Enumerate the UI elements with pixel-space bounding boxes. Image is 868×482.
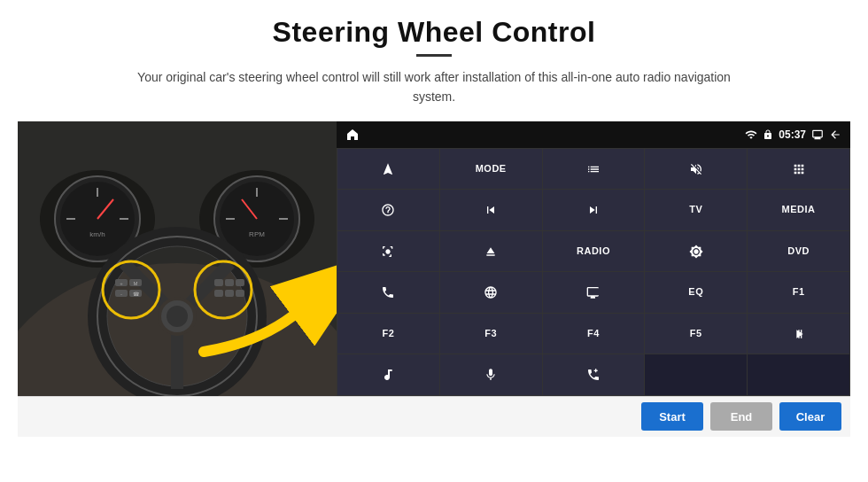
mode-button[interactable]: MODE — [440, 149, 542, 190]
clear-button[interactable]: Clear — [779, 402, 841, 431]
svg-rect-40 — [214, 290, 223, 297]
svg-rect-38 — [225, 279, 234, 286]
mic-button[interactable] — [440, 354, 542, 395]
page-subtitle: Your original car's steering wheel contr… — [133, 67, 735, 107]
camera360-button[interactable] — [337, 231, 439, 272]
svg-rect-41 — [225, 290, 234, 297]
svg-text:+: + — [120, 281, 123, 286]
display-button[interactable] — [543, 272, 645, 313]
brightness-button[interactable] — [645, 231, 747, 272]
wifi-icon — [745, 128, 757, 141]
lock-icon — [763, 129, 773, 140]
content-row: km/h RPM — [18, 121, 850, 396]
steering-wheel-image: km/h RPM — [18, 121, 337, 396]
svg-text:km/h: km/h — [89, 230, 105, 238]
playpause-button[interactable] — [748, 314, 849, 354]
f4-button[interactable]: F4 — [543, 314, 645, 354]
list-button[interactable] — [543, 149, 645, 190]
empty-button-2[interactable] — [748, 354, 849, 395]
status-bar: 05:37 — [337, 121, 850, 148]
time-display: 05:37 — [779, 128, 806, 141]
title-divider — [416, 54, 452, 57]
svg-rect-42 — [236, 290, 244, 297]
phone-button[interactable] — [337, 272, 439, 313]
navigate-button[interactable] — [337, 149, 439, 190]
control-panel: 05:37 MODE — [337, 121, 850, 396]
f5-button[interactable]: F5 — [645, 314, 747, 354]
svg-rect-39 — [236, 279, 244, 286]
page-title: Steering Wheel Control — [273, 16, 596, 49]
settings-button[interactable] — [337, 190, 439, 230]
svg-text:M: M — [134, 281, 138, 286]
screen-icon — [811, 128, 824, 141]
f1-button[interactable]: F1 — [748, 272, 849, 313]
volphone-button[interactable] — [543, 354, 645, 395]
empty-button-1[interactable] — [645, 354, 747, 395]
svg-text:-: - — [120, 292, 122, 297]
tv-button[interactable]: TV — [645, 190, 747, 230]
end-button[interactable]: End — [710, 402, 772, 431]
mute-button[interactable] — [645, 149, 747, 190]
back-icon — [829, 128, 841, 141]
music-button[interactable] — [337, 354, 439, 395]
dvd-button[interactable]: DVD — [748, 231, 849, 272]
web-button[interactable] — [440, 272, 542, 313]
home-icon — [345, 128, 360, 142]
page-container: Steering Wheel Control Your original car… — [0, 0, 868, 482]
svg-text:☎: ☎ — [133, 292, 140, 297]
svg-rect-37 — [214, 279, 223, 286]
status-right: 05:37 — [745, 128, 841, 141]
svg-point-26 — [167, 306, 188, 327]
apps-button[interactable] — [748, 149, 849, 190]
radio-button[interactable]: RADIO — [543, 231, 645, 272]
eject-button[interactable] — [440, 231, 542, 272]
start-button[interactable]: Start — [641, 402, 703, 431]
svg-text:RPM: RPM — [249, 230, 265, 238]
prev-button[interactable] — [440, 190, 542, 230]
next-button[interactable] — [543, 190, 645, 230]
bottom-bar: Start End Clear — [18, 396, 850, 437]
f2-button[interactable]: F2 — [337, 314, 439, 354]
media-button[interactable]: MEDIA — [748, 190, 849, 230]
button-grid: MODE — [337, 148, 850, 396]
f3-button[interactable]: F3 — [440, 314, 542, 354]
status-left — [345, 128, 360, 142]
eq-button[interactable]: EQ — [645, 272, 747, 313]
